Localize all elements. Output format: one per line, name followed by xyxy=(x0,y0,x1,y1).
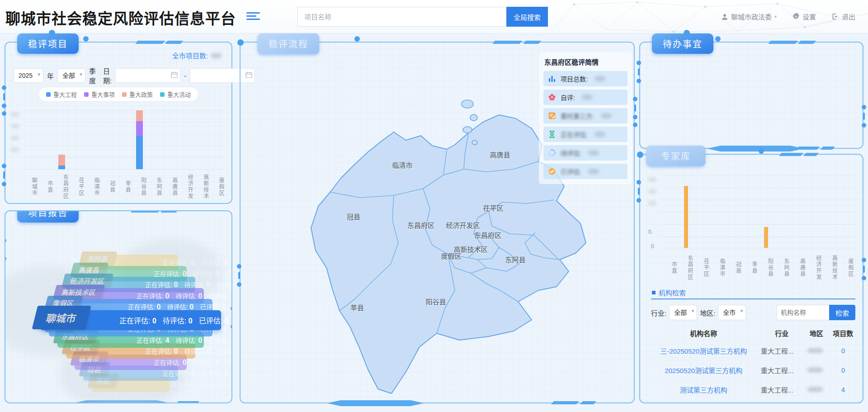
table-row: 测试第三方机构重大工程...4 xyxy=(647,380,857,399)
panel-decoration xyxy=(821,147,835,150)
calendar-icon xyxy=(171,71,178,78)
redacted-value xyxy=(601,113,612,118)
org-industry: 重大工程... xyxy=(760,380,804,399)
panel-decoration xyxy=(637,152,643,158)
region-label: 地区: xyxy=(700,308,715,317)
report-panel: 项目报告 东阿县正在评估: 0待评估: 0已评估: 0高唐县正在评估: 0待评估… xyxy=(5,210,232,403)
org-project-count[interactable]: 0 xyxy=(829,341,857,360)
overlay-stat-label: 项目总数: xyxy=(561,74,588,83)
user-menu[interactable]: 聊城市政法委 ▾ xyxy=(721,12,777,21)
org-project-count[interactable]: 4 xyxy=(829,380,857,399)
org-project-count[interactable]: 0 xyxy=(829,360,857,380)
x-axis-label: 度假区 xyxy=(210,172,225,201)
district-label-经济开发区: 经济开发区 xyxy=(446,220,480,230)
panel-decoration xyxy=(715,36,721,42)
overlay-stat-row: 已评估: xyxy=(543,164,627,179)
panel-decoration xyxy=(637,180,641,203)
district-label-东阿县: 东阿县 xyxy=(505,255,525,264)
projects-bar-chart: 聊城市市直东昌府区茌平区临清市冠县莘县阳谷县东阿县高唐县经济开发高新技术度假区 xyxy=(23,110,225,201)
org-name-link[interactable]: 测试第三方机构 xyxy=(647,380,760,399)
x-axis-label: 阳谷县 xyxy=(132,172,147,201)
x-axis-label: 临清市 xyxy=(85,172,100,201)
year-select[interactable]: 2025 xyxy=(14,68,43,83)
bar-segment xyxy=(136,136,143,169)
redacted-y-axis xyxy=(648,177,656,205)
table-header-行业: 行业 xyxy=(760,326,804,341)
tab-expert-library[interactable]: 专家库 xyxy=(646,146,705,166)
global-search-button[interactable]: 全局搜索 xyxy=(506,7,548,27)
org-industry: 重大工程... xyxy=(760,360,804,380)
quarter-select[interactable]: 全部 xyxy=(57,68,85,83)
tab-report[interactable]: 项目报告 xyxy=(17,210,79,223)
org-search-button[interactable]: 检索 xyxy=(829,305,855,320)
logout-label: 退出 xyxy=(842,12,855,21)
bar-东昌府区 xyxy=(678,186,694,248)
panel-decoration xyxy=(768,41,797,44)
legend-item[interactable]: 重大事项 xyxy=(84,90,115,99)
table-row: 20250520测试第三方机构重大工程...0 xyxy=(647,360,857,380)
legend-item[interactable]: 重大工程 xyxy=(46,90,77,99)
district-summary-overlay: 东昌府区稳评简情 项目总数:自评:委托第三方:正在评估:待评估:已评估: xyxy=(539,52,632,184)
header: 聊城市社会稳定风险评估信息平台 全局搜索 聊城市政法委 ▾ 设置 退出 xyxy=(0,0,868,33)
card-stats: 正在评估: 0待评估: 0已评估: 0 xyxy=(154,358,232,367)
bar-chart-icon xyxy=(547,74,557,83)
overlay-stat-row: 正在评估: xyxy=(543,127,627,142)
x-axis-label: 高唐县 xyxy=(790,251,807,284)
panel-decoration xyxy=(165,41,183,44)
x-axis-label: 莘县 xyxy=(742,251,759,284)
overlay-stat-row: 委托第三方: xyxy=(543,108,627,123)
x-axis-label: 阳谷县 xyxy=(758,251,774,284)
overlay-stat-label: 正在评估: xyxy=(561,130,588,139)
search-input[interactable] xyxy=(297,7,506,27)
date-from-wrap xyxy=(115,68,180,83)
district-label-东昌府区: 东昌府区 xyxy=(474,230,501,240)
region-select[interactable]: 全市 xyxy=(718,305,746,320)
chevron-down-icon: ▾ xyxy=(774,14,777,19)
tab-map-process[interactable]: 稳评流程 xyxy=(258,33,319,54)
panel-decoration xyxy=(798,41,816,44)
x-axis-label: 茌平区 xyxy=(694,251,710,284)
logout-button[interactable]: 退出 xyxy=(831,12,855,21)
x-axis-label: 高新技术 xyxy=(194,172,209,201)
panel-decoration xyxy=(803,153,818,156)
redacted-y-axis xyxy=(11,112,19,152)
loading-icon xyxy=(547,148,557,157)
settings-button[interactable]: 设置 xyxy=(792,12,816,21)
district-label-东昌府区: 东昌府区 xyxy=(407,220,434,230)
bar-segment xyxy=(764,227,768,248)
org-name-link[interactable]: 三-20250520测试第三方机构 xyxy=(647,341,760,360)
hamburger-menu-icon[interactable] xyxy=(246,10,260,22)
page-title: 聊城市社会稳定风险评估信息平台 xyxy=(5,7,236,28)
overlay-stat-label: 自评: xyxy=(561,93,575,102)
panel-decoration xyxy=(580,401,596,404)
date-label: 日期: xyxy=(103,66,112,85)
redacted-value xyxy=(807,367,823,373)
overlay-stat-row: 待评估: xyxy=(543,145,627,161)
panel-decoration xyxy=(2,164,6,186)
x-axis-label: 经济开发 xyxy=(807,251,823,284)
chart-legend: 重大工程重大事项重大政策重大活动 xyxy=(38,87,198,102)
legend-item[interactable]: 重大政策 xyxy=(122,90,153,99)
tab-todo[interactable]: 待办事宜 xyxy=(652,33,713,54)
org-region xyxy=(804,341,829,360)
org-region xyxy=(804,380,829,399)
table-header-地区: 地区 xyxy=(804,326,829,341)
panel-decoration xyxy=(796,147,819,150)
legend-swatch xyxy=(160,92,165,97)
org-name-input[interactable] xyxy=(777,305,829,320)
panel-decoration xyxy=(83,36,89,42)
org-name-link[interactable]: 20250520测试第三方机构 xyxy=(647,360,760,380)
card-stats: 正在评估: 4待评估: 0已评估: 1 xyxy=(137,336,232,345)
x-axis-label: 东昌府区 xyxy=(678,251,694,284)
overlay-title: 东昌府区稳评简情 xyxy=(544,57,627,66)
industry-select[interactable]: 全部 xyxy=(669,305,697,320)
bar-东昌府区 xyxy=(54,155,69,170)
x-axis-label: 莘县 xyxy=(116,172,132,201)
report-card-聊城市[interactable]: 聊城市正在评估: 0待评估: 0已评估: 0 xyxy=(40,310,221,330)
tab-projects[interactable]: 稳评项目 xyxy=(17,33,79,54)
legend-item[interactable]: 重大活动 xyxy=(160,90,191,99)
redacted-value xyxy=(807,348,823,353)
panel-decoration xyxy=(779,153,803,156)
x-axis-label: 高唐县 xyxy=(163,172,178,201)
district-label-高唐县: 高唐县 xyxy=(490,150,510,159)
